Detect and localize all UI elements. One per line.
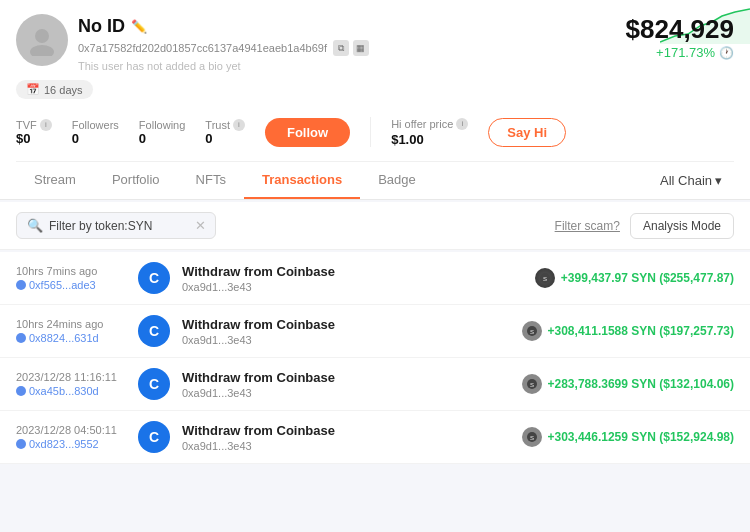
tx-to-addr: 0xa9d1...3e43 <box>182 440 510 452</box>
tx-description: Withdraw from Coinbase 0xa9d1...3e43 <box>182 370 510 399</box>
tx-time: 10hrs 7mins ago <box>16 265 126 277</box>
tx-hash[interactable]: 0xd823...9552 <box>16 438 126 450</box>
qr-icon[interactable]: ▦ <box>353 40 369 56</box>
follow-button[interactable]: Follow <box>265 118 350 147</box>
syn-token-icon: S <box>522 374 542 394</box>
tab-nfts[interactable]: NFTs <box>178 162 244 199</box>
tx-description: Withdraw from Coinbase 0xa9d1...3e43 <box>182 423 510 452</box>
tx-name: Withdraw from Coinbase <box>182 370 510 385</box>
trust-info-icon[interactable]: i <box>233 119 245 131</box>
tx-meta: 2023/12/28 11:16:11 0xa45b...830d <box>16 371 126 397</box>
tx-name: Withdraw from Coinbase <box>182 317 510 332</box>
tvf-info-icon[interactable]: i <box>40 119 52 131</box>
followers-value: 0 <box>72 131 79 146</box>
filter-scam-link[interactable]: Filter scam? <box>555 219 620 233</box>
following-value: 0 <box>139 131 146 146</box>
tx-hash[interactable]: 0xa45b...830d <box>16 385 126 397</box>
stat-tvf: TVF i $0 <box>16 119 52 146</box>
tx-to-addr: 0xa9d1...3e43 <box>182 334 510 346</box>
edit-icon[interactable]: ✏️ <box>131 19 147 34</box>
tx-amount-wrap: S +283,788.3699 SYN ($132,104.06) <box>522 374 734 394</box>
filter-input-wrap[interactable]: 🔍 ✕ <box>16 212 216 239</box>
tx-description: Withdraw from Coinbase 0xa9d1...3e43 <box>182 264 523 293</box>
profile-top: No ID ✏️ 0x7a17582fd202d01857cc6137a4941… <box>16 14 734 72</box>
table-row: 2023/12/28 11:16:11 0xa45b...830d C With… <box>0 358 750 411</box>
syn-token-icon: S <box>522 321 542 341</box>
svg-text:S: S <box>543 276 547 282</box>
filter-input[interactable] <box>49 219 189 233</box>
tx-amount: +283,788.3699 SYN ($132,104.06) <box>548 377 734 391</box>
syn-token-icon: S <box>522 427 542 447</box>
wallet-row: 0x7a17582fd202d01857cc6137a4941eaeb1a4b6… <box>78 40 369 56</box>
hi-price-value: $1.00 <box>391 132 468 147</box>
hi-info-icon[interactable]: i <box>456 118 468 130</box>
tx-meta: 2023/12/28 04:50:11 0xd823...9552 <box>16 424 126 450</box>
profile-info: No ID ✏️ 0x7a17582fd202d01857cc6137a4941… <box>78 14 369 72</box>
nav-tabs-left: Stream Portfolio NFTs Transactions Badge <box>16 162 434 199</box>
coinbase-icon: C <box>138 368 170 400</box>
tx-amount: +399,437.97 SYN ($255,477.87) <box>561 271 734 285</box>
tx-amount-wrap: S +308,411.1588 SYN ($197,257.73) <box>522 321 734 341</box>
profile-header: No ID ✏️ 0x7a17582fd202d01857cc6137a4941… <box>0 0 750 200</box>
svg-text:S: S <box>530 435 534 441</box>
svg-text:S: S <box>530 382 534 388</box>
say-hi-button[interactable]: Say Hi <box>488 118 566 147</box>
clock-icon: 🕐 <box>719 46 734 60</box>
filter-bar: 🔍 ✕ Filter scam? Analysis Mode <box>0 202 750 250</box>
tx-amount: +303,446.1259 SYN ($152,924.98) <box>548 430 734 444</box>
tx-hash[interactable]: 0xf565...ade3 <box>16 279 126 291</box>
profile-name: No ID <box>78 16 125 37</box>
tx-time: 2023/12/28 11:16:11 <box>16 371 126 383</box>
tx-amount-wrap: S +399,437.97 SYN ($255,477.87) <box>535 268 734 288</box>
chevron-down-icon: ▾ <box>715 173 722 188</box>
all-chain-button[interactable]: All Chain ▾ <box>648 165 734 196</box>
tx-amount-wrap: S +303,446.1259 SYN ($152,924.98) <box>522 427 734 447</box>
wallet-address: 0x7a17582fd202d01857cc6137a4941eaeb1a4b6… <box>78 42 327 54</box>
tx-meta: 10hrs 7mins ago 0xf565...ade3 <box>16 265 126 291</box>
stat-followers: Followers 0 <box>72 119 119 146</box>
trust-value: 0 <box>205 131 212 146</box>
calendar-icon: 📅 <box>26 83 40 96</box>
portfolio-change: +171.73% 🕐 <box>626 45 734 60</box>
tab-portfolio[interactable]: Portfolio <box>94 162 178 199</box>
portfolio-value: $824,929 <box>626 14 734 45</box>
tx-name: Withdraw from Coinbase <box>182 264 523 279</box>
table-row: 10hrs 7mins ago 0xf565...ade3 C Withdraw… <box>0 252 750 305</box>
svg-text:S: S <box>530 329 534 335</box>
tx-time: 2023/12/28 04:50:11 <box>16 424 126 436</box>
copy-icon[interactable]: ⧉ <box>333 40 349 56</box>
coinbase-icon: C <box>138 315 170 347</box>
tx-hash[interactable]: 0x8824...631d <box>16 332 126 344</box>
filter-right: Filter scam? Analysis Mode <box>555 213 734 239</box>
profile-left: No ID ✏️ 0x7a17582fd202d01857cc6137a4941… <box>16 14 369 72</box>
tx-description: Withdraw from Coinbase 0xa9d1...3e43 <box>182 317 510 346</box>
tvf-value: $0 <box>16 131 30 146</box>
days-badge: 📅 16 days <box>16 80 93 99</box>
hi-price-wrap: Hi offer price i $1.00 <box>391 118 468 147</box>
transactions-list: 10hrs 7mins ago 0xf565...ade3 C Withdraw… <box>0 252 750 464</box>
avatar <box>16 14 68 66</box>
tab-stream[interactable]: Stream <box>16 162 94 199</box>
tab-badge[interactable]: Badge <box>360 162 434 199</box>
wallet-icons: ⧉ ▦ <box>333 40 369 56</box>
tx-time: 10hrs 24mins ago <box>16 318 126 330</box>
nav-tabs: Stream Portfolio NFTs Transactions Badge… <box>16 161 734 199</box>
tx-to-addr: 0xa9d1...3e43 <box>182 281 523 293</box>
tab-transactions[interactable]: Transactions <box>244 162 360 199</box>
coinbase-icon: C <box>138 421 170 453</box>
analysis-mode-button[interactable]: Analysis Mode <box>630 213 734 239</box>
stat-trust: Trust i 0 <box>205 119 245 146</box>
svg-point-1 <box>30 45 54 56</box>
search-icon: 🔍 <box>27 218 43 233</box>
clear-filter-icon[interactable]: ✕ <box>195 218 206 233</box>
table-row: 10hrs 24mins ago 0x8824...631d C Withdra… <box>0 305 750 358</box>
svg-point-0 <box>35 29 49 43</box>
bio-text: This user has not added a bio yet <box>78 60 369 72</box>
profile-name-row: No ID ✏️ <box>78 16 369 37</box>
portfolio-right-wrap: $824,929 +171.73% 🕐 <box>626 14 734 60</box>
stat-following: Following 0 <box>139 119 185 146</box>
tx-amount: +308,411.1588 SYN ($197,257.73) <box>548 324 734 338</box>
stats-row: TVF i $0 Followers 0 Following 0 Trust i… <box>16 109 734 157</box>
table-row: 2023/12/28 04:50:11 0xd823...9552 C With… <box>0 411 750 464</box>
tx-to-addr: 0xa9d1...3e43 <box>182 387 510 399</box>
